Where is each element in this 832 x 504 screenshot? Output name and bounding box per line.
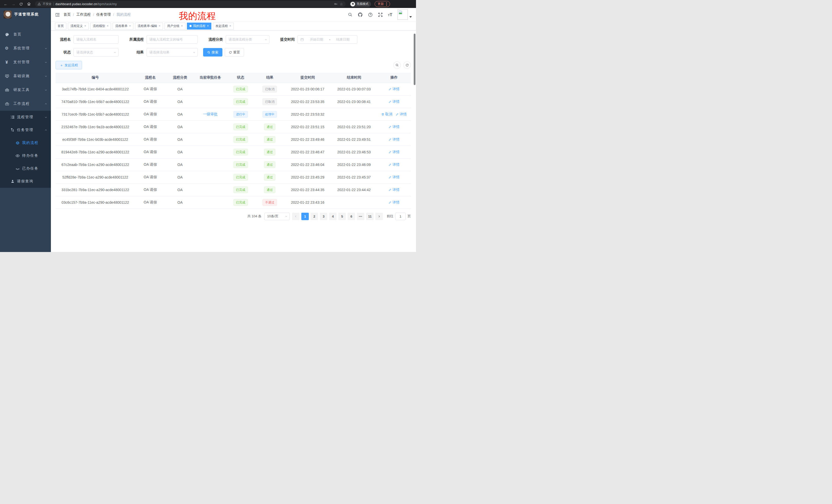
close-icon[interactable]: ×: [107, 24, 108, 28]
sidebar-item-workflow[interactable]: 工作流程: [0, 97, 51, 111]
url-bar[interactable]: 不安全 dashboard.yudao.iocoder.cn/bpm/task/…: [35, 1, 345, 7]
detail-link[interactable]: 详情: [389, 200, 399, 205]
app-window: ← → 不安全 dashboard.yudao.iocoder.cn/bpm/t…: [0, 0, 416, 252]
close-icon[interactable]: ×: [84, 24, 86, 28]
breadcrumb-home[interactable]: 首页: [63, 12, 71, 17]
page-button-1[interactable]: 1: [301, 213, 309, 220]
breadcrumb-task-management[interactable]: 任务管理: [97, 12, 111, 17]
process-definition-input[interactable]: [147, 35, 198, 44]
fullscreen-icon[interactable]: [378, 12, 383, 17]
next-page-button[interactable]: [375, 213, 383, 220]
page-button-3[interactable]: 3: [320, 213, 327, 220]
sidebar-item-todo-tasks[interactable]: 待办任务: [0, 149, 51, 162]
detail-link[interactable]: 详情: [389, 100, 399, 104]
sidebar-item-my-process[interactable]: 我的流程: [0, 136, 51, 149]
cell-submit-time: 2022-01-22 23:44:35: [285, 184, 331, 196]
breadcrumb-workflow[interactable]: 工作流程: [76, 12, 91, 17]
reset-button[interactable]: 重置: [225, 48, 244, 57]
goto-label: 前往: [387, 214, 393, 219]
sidebar-item-payment[interactable]: ¥ 支付管理: [0, 55, 51, 69]
github-icon[interactable]: [358, 12, 363, 17]
sidebar-item-devtools[interactable]: 研发工具: [0, 83, 51, 97]
browser-back-icon[interactable]: ←: [3, 1, 9, 7]
detail-link[interactable]: 详情: [389, 124, 399, 129]
sidebar-item-home[interactable]: 首页: [0, 27, 51, 41]
detail-link[interactable]: 详情: [389, 175, 399, 179]
browser-home-icon[interactable]: [26, 1, 32, 7]
browser-forward-icon[interactable]: →: [10, 1, 17, 7]
table-row: 2152467e-7b9b-11ec-9a1b-acde48001122 OA …: [55, 120, 411, 133]
sidebar-item-task-management[interactable]: 任务管理: [0, 123, 51, 136]
close-icon[interactable]: ×: [129, 24, 131, 28]
cell-category: OA: [165, 95, 194, 108]
cell-name: OA 请假: [135, 108, 165, 120]
font-size-icon[interactable]: TT: [388, 12, 392, 17]
gear-icon: ⚙: [5, 46, 9, 51]
sidebar-item-infrastructure[interactable]: 基础设施: [0, 69, 51, 83]
search-icon[interactable]: [348, 12, 353, 17]
tab-process-form[interactable]: 流程表单×: [113, 23, 133, 30]
sidebar-item-system[interactable]: ⚙ 系统管理: [0, 41, 51, 55]
current-task-link[interactable]: 一级审批: [203, 112, 217, 117]
user-avatar[interactable]: [397, 9, 412, 20]
process-definition-label: 所属流程: [124, 37, 147, 42]
tab-start-process[interactable]: 发起流程×: [213, 23, 234, 30]
status-badge: 已完成: [233, 99, 248, 105]
page-button-6[interactable]: 6: [347, 213, 355, 220]
page-button-5[interactable]: 5: [338, 213, 346, 220]
close-icon[interactable]: ×: [207, 24, 209, 28]
start-process-button[interactable]: ＋ 发起流程: [55, 61, 82, 69]
cell-id: 03c6c157-7b9a-11ec-a290-acde48001122: [55, 196, 135, 208]
cell-category: OA: [165, 133, 194, 146]
sidebar-item-process-management[interactable]: 流程管理: [0, 111, 51, 123]
sidebar-item-leave-query[interactable]: 请假查询: [0, 175, 51, 188]
help-icon[interactable]: [368, 12, 373, 17]
result-select[interactable]: 请选择流结果: [147, 48, 198, 57]
process-name-input[interactable]: [74, 35, 119, 44]
browser-reload-icon[interactable]: [18, 1, 24, 7]
page-size-select[interactable]: 10条/页: [264, 213, 290, 220]
detail-link[interactable]: 详情: [396, 112, 407, 117]
page-button-11[interactable]: 11: [366, 213, 373, 220]
cancel-link[interactable]: 取消: [381, 112, 392, 117]
close-icon[interactable]: ×: [229, 24, 231, 28]
more-pages-button[interactable]: •••: [357, 213, 364, 220]
tab-user-group[interactable]: 用户分组×: [164, 23, 185, 30]
status-select[interactable]: 请选择状态: [74, 48, 119, 57]
browser-menu-icon[interactable]: [386, 2, 387, 6]
security-label[interactable]: 不安全: [43, 2, 52, 6]
tab-my-process[interactable]: 我的流程×: [187, 23, 211, 30]
bookmark-star-icon[interactable]: ☆: [340, 2, 343, 6]
prev-page-button[interactable]: [292, 213, 300, 220]
submit-time-range-picker[interactable]: 开始日期 - 结束日期: [297, 35, 357, 44]
detail-link[interactable]: 详情: [389, 188, 399, 192]
scrollbar-thumb[interactable]: [414, 34, 415, 85]
tab-process-form-edit[interactable]: 流程表单-编辑×: [135, 23, 163, 30]
process-category-select[interactable]: 请选择流程分类: [226, 35, 269, 44]
goto-page-input[interactable]: [395, 213, 406, 220]
refresh-button[interactable]: [404, 61, 411, 69]
show-search-button[interactable]: [393, 61, 401, 69]
browser-update-button[interactable]: 更新: [374, 1, 390, 7]
cell-id: 331bc281-7b9a-11ec-a290-acde48001122: [55, 184, 135, 196]
page-button-4[interactable]: 4: [329, 213, 337, 220]
detail-link[interactable]: 详情: [389, 162, 399, 167]
status-badge: 已完成: [233, 123, 248, 130]
detail-link[interactable]: 详情: [389, 87, 399, 91]
password-key-icon[interactable]: [334, 2, 338, 6]
avatar-dropdown-icon[interactable]: [409, 16, 412, 18]
sidebar-logo[interactable]: 芋道管理系统: [0, 8, 51, 21]
detail-link[interactable]: 详情: [389, 137, 399, 142]
tab-process-definition[interactable]: 流程定义×: [68, 23, 89, 30]
briefcase-icon: [5, 102, 9, 106]
search-button[interactable]: 搜索: [203, 48, 223, 57]
detail-link[interactable]: 详情: [389, 150, 399, 155]
tab-process-model[interactable]: 流程模型×: [90, 23, 111, 30]
tab-home[interactable]: 首页: [55, 23, 66, 30]
close-icon[interactable]: ×: [159, 24, 160, 28]
page-button-2[interactable]: 2: [311, 213, 318, 220]
close-icon[interactable]: ×: [181, 24, 183, 28]
sidebar-collapse-icon[interactable]: [55, 12, 60, 17]
sidebar-item-done-tasks[interactable]: 已办任务: [0, 162, 51, 175]
main-content: 首页 / 工作流程 / 任务管理 / 我的流程 我的流程: [51, 8, 416, 252]
